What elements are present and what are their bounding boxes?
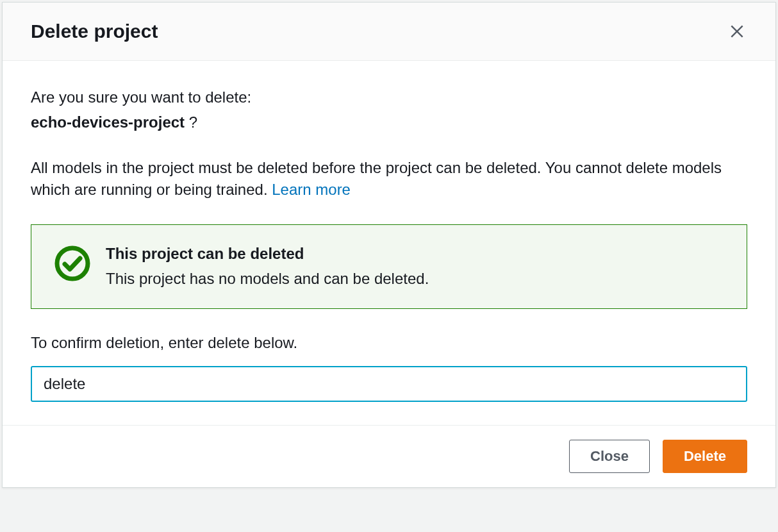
close-icon[interactable] <box>727 21 747 42</box>
confirm-question: Are you sure you want to delete: <box>31 87 747 109</box>
alert-description: This project has no models and can be de… <box>106 268 724 290</box>
background-obscured-row <box>0 517 778 532</box>
modal-body: Are you sure you want to delete: echo-de… <box>3 61 775 425</box>
question-suffix: ? <box>185 113 197 131</box>
delete-button[interactable]: Delete <box>663 440 747 473</box>
confirm-delete-input[interactable] <box>31 366 747 402</box>
project-name-line: echo-devices-project ? <box>31 112 747 134</box>
modal-title: Delete project <box>31 21 158 42</box>
info-text: All models in the project must be delete… <box>31 159 722 199</box>
modal-footer: Close Delete <box>3 425 775 487</box>
checkmark-circle-icon <box>54 245 90 281</box>
modal-header: Delete project <box>3 3 775 61</box>
delete-project-modal: Delete project Are you sure you want to … <box>2 2 776 488</box>
success-alert: This project can be deleted This project… <box>31 224 747 309</box>
alert-title: This project can be deleted <box>106 243 724 265</box>
project-name: echo-devices-project <box>31 113 185 131</box>
alert-text: This project can be deleted This project… <box>106 243 724 290</box>
learn-more-link[interactable]: Learn more <box>272 181 351 198</box>
close-button[interactable]: Close <box>569 440 650 473</box>
info-paragraph: All models in the project must be delete… <box>31 157 747 202</box>
confirm-instruction: To confirm deletion, enter delete below. <box>31 332 747 354</box>
